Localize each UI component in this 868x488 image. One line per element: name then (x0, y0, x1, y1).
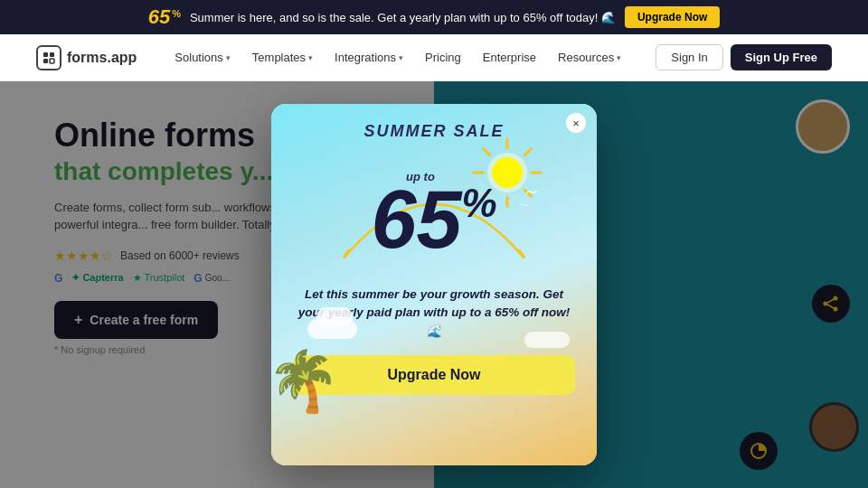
sign-in-button[interactable]: Sign In (656, 44, 722, 70)
cloud-decoration-2 (316, 307, 353, 325)
svg-rect-1 (50, 52, 54, 57)
nav-item-enterprise[interactable]: Enterprise (474, 45, 545, 70)
chevron-down-icon: ▾ (617, 53, 621, 62)
cloud-decoration-3 (524, 332, 570, 348)
svg-line-18 (524, 149, 531, 155)
nav-item-pricing[interactable]: Pricing (416, 45, 470, 70)
nav-item-integrations[interactable]: Integrations ▾ (326, 45, 412, 70)
nav-item-templates[interactable]: Templates ▾ (243, 45, 322, 70)
logo-text: forms.app (67, 50, 137, 66)
svg-rect-0 (43, 52, 48, 57)
banner-message: Summer is here, and so is the sale. Get … (190, 11, 616, 24)
logo[interactable]: forms.app (36, 45, 137, 70)
sign-up-button[interactable]: Sign Up Free (731, 44, 832, 70)
close-icon: × (572, 117, 580, 130)
banner-number: 65 (148, 5, 170, 29)
svg-rect-3 (50, 59, 54, 63)
svg-rect-2 (43, 59, 48, 63)
big-percent-text: up to 65 % (371, 170, 496, 257)
modal-close-button[interactable]: × (566, 113, 586, 133)
palm-tree-decoration: 🌴 (271, 347, 340, 416)
svg-line-16 (484, 149, 490, 155)
banner-percent-badge: 65 % (148, 5, 181, 29)
nav-links: Solutions ▾ Templates ▾ Integrations ▾ P… (165, 45, 656, 70)
modal-body: × SUMMER SALE (271, 104, 597, 465)
nav-item-resources[interactable]: Resources ▾ (549, 45, 630, 70)
banner-sup: % (172, 8, 181, 19)
chevron-down-icon: ▾ (399, 53, 403, 62)
chevron-down-icon: ▾ (308, 53, 313, 62)
sale-modal: × SUMMER SALE (271, 104, 597, 465)
banner-upgrade-button[interactable]: Upgrade Now (625, 6, 720, 28)
nav-item-solutions[interactable]: Solutions ▾ (165, 45, 239, 70)
big-number: 65 (371, 183, 461, 257)
main-area: Online forms that completes y... Create … (0, 81, 868, 488)
navbar: forms.app Solutions ▾ Templates ▾ Integr… (0, 34, 868, 81)
logo-icon (36, 45, 61, 70)
top-banner: 65 % Summer is here, and so is the sale.… (0, 0, 868, 34)
nav-actions: Sign In Sign Up Free (656, 44, 832, 70)
percent-display: up to 65 % (293, 150, 575, 277)
percent-sign: % (461, 183, 496, 223)
chevron-down-icon: ▾ (226, 53, 231, 62)
